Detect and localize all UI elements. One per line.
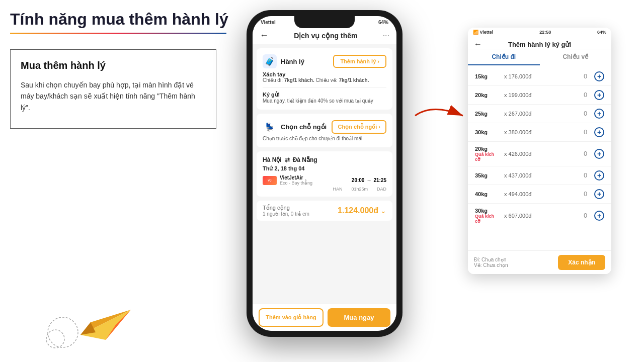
- footer-selections: Đi: Chưa chọn Về: Chưa chọn: [474, 257, 508, 268]
- seat-label: Chọn chỗ ngồi: [281, 123, 327, 131]
- second-time: 22:58: [539, 30, 551, 35]
- flight-route: Hà Nội ⇄ Đà Nẵng: [263, 156, 386, 163]
- add-40kg-button[interactable]: +: [594, 189, 604, 199]
- luggage-icon: 🧳: [263, 54, 277, 68]
- total-label: Tổng cộng: [263, 205, 309, 211]
- svg-point-0: [48, 317, 78, 347]
- second-tabs: Chiều đi Chiều về: [468, 49, 611, 65]
- second-carrier: 📶 Viettel: [473, 30, 493, 35]
- eco-label: Eco - Bay thẳng: [280, 180, 349, 186]
- add-luggage-button[interactable]: Thêm hành lý ›: [333, 55, 386, 68]
- info-box-text: Sau khi chọn chuyến bay phù hợp, tại màn…: [21, 79, 206, 113]
- flight-info-row: VJ VietJetAir Eco - Bay thẳng 20:00 → 21…: [263, 175, 386, 186]
- luggage-section: 🧳 Hành lý Thêm hành lý › Xách tay Chiều …: [257, 48, 392, 110]
- dep-time: 20:00: [352, 177, 365, 183]
- list-item: 15kg x 176.000đ 0 +: [468, 67, 611, 86]
- chevron-down-icon: ⌄: [380, 207, 386, 215]
- flight-times: 20:00 → 21:25: [352, 177, 386, 183]
- info-box: Mua thêm hành lý Sau khi chọn chuyến bay…: [10, 49, 216, 129]
- list-item: 35kg x 437.000đ 0 +: [468, 166, 611, 185]
- add-15kg-button[interactable]: +: [594, 71, 604, 81]
- phone-header: ← Dịch vụ cộng thêm ···: [253, 27, 396, 44]
- buy-now-button[interactable]: Mua ngay: [328, 308, 390, 327]
- second-header: ← Thêm hành lý ký gửi: [468, 37, 611, 49]
- back-arrow-icon[interactable]: ←: [260, 30, 269, 41]
- seat-icon-label: 💺 Chọn chỗ ngồi: [263, 120, 327, 134]
- add-20kg-oversize-button[interactable]: +: [594, 149, 604, 159]
- luggage-list: 15kg x 176.000đ 0 + 20kg x 199.000đ 0 + …: [468, 65, 611, 230]
- return-selection: Về: Chưa chọn: [474, 262, 508, 268]
- total-left: Tổng cộng 1 người lớn, 0 trẻ em: [263, 205, 309, 217]
- second-footer: Đi: Chưa chọn Về: Chưa chọn Xác nhận: [468, 250, 611, 274]
- carrier: Viettel: [261, 20, 276, 25]
- seat-row: 💺 Chọn chỗ ngồi Chọn chỗ ngồi ›: [263, 120, 386, 134]
- arrow-container: [413, 101, 463, 131]
- airline-name: VietJetAir: [280, 175, 349, 180]
- phone-center: Viettel 22:59 64% ← Dịch vụ cộng thêm ··…: [247, 10, 403, 337]
- menu-dots-icon[interactable]: ···: [383, 31, 389, 40]
- list-item: 30kg Quá kích cỡ x 607.000đ 0 +: [468, 204, 611, 228]
- second-status-bar: 📶 Viettel 22:58 64%: [468, 28, 611, 37]
- list-item: 20kg x 199.000đ 0 +: [468, 86, 611, 105]
- total-price: 1.124.000đ: [338, 206, 378, 215]
- destination: Đà Nẵng: [293, 156, 317, 163]
- header-title: Dịch vụ cộng thêm: [294, 32, 357, 40]
- luggage-icon-label: 🧳 Hành lý: [263, 54, 304, 68]
- seat-icon: 💺: [263, 120, 277, 134]
- flight-details: VietJetAir Eco - Bay thẳng: [280, 175, 349, 186]
- divider: [263, 87, 386, 87]
- total-section: Tổng cộng 1 người lớn, 0 trẻ em 1.124.00…: [257, 201, 392, 221]
- second-header-title: Thêm hành lý ký gửi: [486, 41, 593, 48]
- luggage-label: Hành lý: [281, 58, 304, 65]
- hand-luggage-desc: Chiều đi: 7kg/1 khách. Chiều về: 7kg/1 k…: [263, 77, 386, 83]
- tab-outbound[interactable]: Chiều đi: [468, 49, 540, 65]
- choose-seat-button[interactable]: Chọn chỗ ngồi ›: [332, 120, 386, 134]
- main-title: Tính năng mua thêm hành lý: [10, 10, 231, 29]
- add-35kg-button[interactable]: +: [594, 170, 604, 180]
- add-to-cart-button[interactable]: Thêm vào giỏ hàng: [259, 308, 324, 327]
- add-30kg-oversize-button[interactable]: +: [594, 211, 604, 221]
- duration: 01h25m: [351, 187, 368, 192]
- list-item: 40kg x 494.000đ 0 +: [468, 185, 611, 204]
- second-battery: 64%: [597, 30, 606, 35]
- checked-luggage-desc: Mua ngay, tiết kiệm đến 40% so với mua t…: [263, 98, 386, 104]
- go-selection: Đi: Chưa chọn: [474, 257, 508, 262]
- add-20kg-button[interactable]: +: [594, 90, 604, 100]
- confirm-button[interactable]: Xác nhận: [558, 255, 605, 270]
- luggage-row: 🧳 Hành lý Thêm hành lý ›: [263, 54, 386, 68]
- flight-arrow-icon: →: [366, 177, 371, 183]
- airport-codes: HAN 01h25m DAD: [263, 187, 386, 192]
- battery: 64%: [378, 20, 388, 25]
- checked-luggage-title: Ký gửi: [263, 92, 386, 98]
- svg-marker-2: [80, 310, 131, 340]
- origin: Hà Nội: [263, 156, 282, 163]
- tab-return[interactable]: Chiều về: [540, 49, 612, 65]
- total-price-area: 1.124.000đ ⌄: [338, 206, 386, 215]
- dep-code: HAN: [333, 187, 342, 192]
- info-box-title: Mua thêm hành lý: [21, 60, 206, 71]
- add-25kg-button[interactable]: +: [594, 109, 604, 119]
- airline-logo: VJ: [263, 176, 277, 185]
- seat-section: 💺 Chọn chỗ ngồi Chọn chỗ ngồi › Chọn trư…: [257, 114, 392, 147]
- title-underline: [10, 33, 226, 34]
- seat-desc: Chọn trước chỗ đẹp cho chuyến đi thoải m…: [263, 136, 386, 141]
- arr-code: DAD: [377, 187, 386, 192]
- flight-section: Hà Nội ⇄ Đà Nẵng Thứ 2, 18 thg 04 VJ Vie…: [257, 151, 392, 197]
- flight-date: Thứ 2, 18 thg 04: [263, 165, 386, 172]
- hand-luggage-title: Xách tay: [263, 71, 386, 77]
- arr-time: 21:25: [373, 177, 386, 183]
- left-panel: Tính năng mua thêm hành lý Mua thêm hành…: [10, 10, 231, 139]
- add-30kg-button[interactable]: +: [594, 127, 604, 137]
- route-arrows-icon: ⇄: [285, 156, 290, 163]
- phone-screen: Viettel 22:59 64% ← Dịch vụ cộng thêm ··…: [253, 16, 396, 331]
- list-item: 30kg x 380.000đ 0 +: [468, 123, 611, 142]
- phone-outer: Viettel 22:59 64% ← Dịch vụ cộng thêm ··…: [247, 10, 403, 337]
- phone-notch: [294, 16, 355, 28]
- second-back-arrow-icon[interactable]: ←: [474, 40, 482, 49]
- second-phone-screen: 📶 Viettel 22:58 64% ← Thêm hành lý ký gử…: [468, 28, 611, 274]
- paper-plane-logo: [40, 295, 141, 352]
- total-passengers: 1 người lớn, 0 trẻ em: [263, 211, 309, 217]
- bottom-buttons: Thêm vào giỏ hàng Mua ngay: [253, 304, 396, 331]
- list-item: 20kg Quá kích cỡ x 426.000đ 0 +: [468, 142, 611, 166]
- list-item: 25kg x 267.000đ 0 +: [468, 105, 611, 123]
